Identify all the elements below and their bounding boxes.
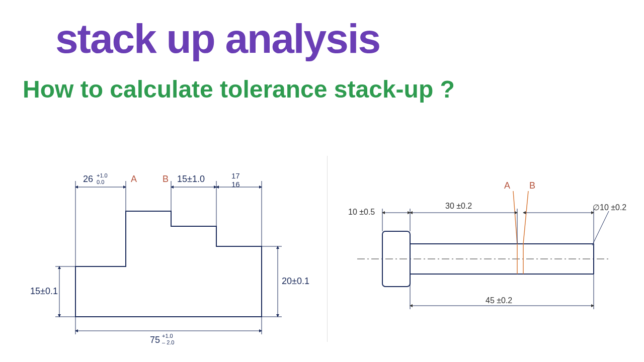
dim-diameter: ∅10 ±0.2 [593,203,626,212]
dim-16: 16 [231,180,240,189]
dim-75-upper: +1.0 [162,333,173,339]
dim-15-left: 15±0.1 [30,286,58,296]
dim-26: 26 [83,174,93,184]
subtitle: How to calculate tolerance stack-up ? [23,75,455,103]
stepped-block-diagram: 26 +1.0 0.0 A B 15±1.0 17 16 15±0.1 20±0… [30,161,312,347]
dim-30-mid: 30 ±0.2 [445,202,472,210]
dim-17: 17 [231,171,240,180]
dim-10-left: 10 ±0.5 [348,208,375,216]
dim-20-right: 20±0.1 [282,276,309,286]
svg-line-24 [513,191,517,244]
dim-75: 75 [150,335,160,345]
main-title: stack up analysis [55,15,380,62]
svg-line-25 [523,191,528,244]
diagram-divider [327,156,328,342]
annotation-b-left: B [163,174,169,184]
annotation-b-right: B [529,180,535,191]
dim-45-bottom: 45 ±0.2 [486,296,512,305]
annotation-a-right: A [504,180,510,191]
svg-line-33 [592,211,609,245]
annotation-a-left: A [131,174,137,184]
dim-75-lower: – 2.0 [162,339,174,345]
shaft-diagram: A B 10 ±0.5 30 ±0.2 ∅10 ±0.2 45 ±0.2 [342,161,634,347]
dim-26-lower: 0.0 [97,179,104,185]
dim-26-upper: +1.0 [97,172,108,178]
dim-15-top: 15±1.0 [177,174,205,184]
